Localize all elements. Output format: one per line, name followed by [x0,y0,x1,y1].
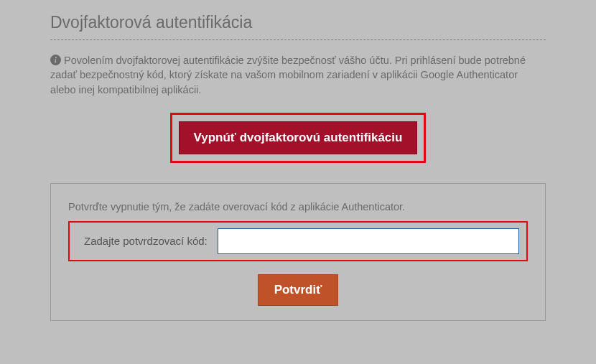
confirm-button-container: Potvrdiť [68,274,528,306]
confirm-panel: Potvrďte vypnutie tým, že zadáte overova… [50,183,546,321]
two-factor-auth-page: Dvojfaktorová autentifikácia Povolením d… [0,0,596,342]
divider [50,39,546,40]
confirmation-code-input[interactable] [218,228,519,254]
page-title: Dvojfaktorová autentifikácia [50,13,546,32]
info-paragraph: Povolením dvojfaktorovej autentifikácie … [50,53,546,97]
confirm-instruction: Potvrďte vypnutie tým, že zadáte overova… [68,201,528,213]
disable-button-container: Vypnúť dvojfaktorovú autentifikáciu [50,113,546,163]
disable-2fa-button[interactable]: Vypnúť dvojfaktorovú autentifikáciu [179,121,418,154]
code-field-label: Zadajte potvrdzovací kód: [77,235,208,247]
confirm-button[interactable]: Potvrdiť [258,274,339,306]
info-circle-icon [50,55,61,65]
info-text: Povolením dvojfaktorovej autentifikácie … [50,55,526,95]
highlight-disable-button: Vypnúť dvojfaktorovú autentifikáciu [170,113,427,163]
highlight-code-field: Zadajte potvrdzovací kód: [68,221,528,261]
